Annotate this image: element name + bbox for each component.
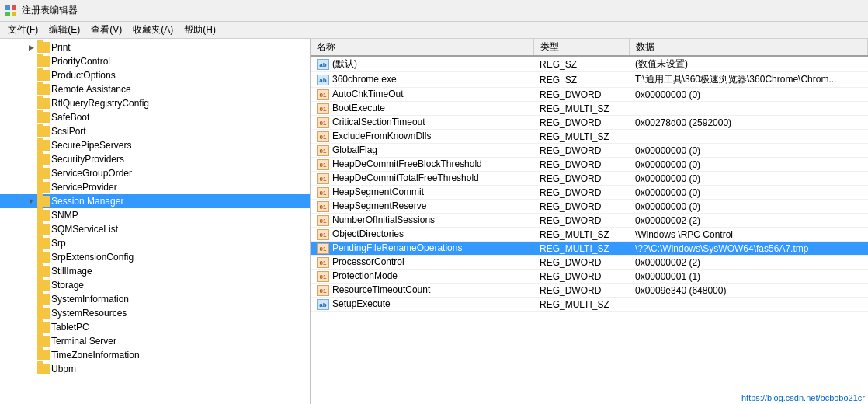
tree-item[interactable]: Ubpm bbox=[0, 362, 310, 376]
table-row[interactable]: 01AutoChkTimeOutREG_DWORD0x00000000 (0) bbox=[311, 88, 868, 102]
tree-item[interactable]: StillImage bbox=[0, 264, 310, 278]
registry-type-cell: REG_DWORD bbox=[533, 144, 629, 158]
tree-item[interactable]: TabletPC bbox=[0, 320, 310, 334]
expand-icon[interactable] bbox=[25, 237, 37, 249]
expand-icon[interactable] bbox=[25, 335, 37, 347]
expand-icon[interactable] bbox=[25, 167, 37, 179]
expand-icon[interactable] bbox=[25, 97, 37, 110]
tree-item[interactable]: SystemResources bbox=[0, 306, 310, 320]
table-row[interactable]: 01ExcludeFromKnownDllsREG_MULTI_SZ bbox=[311, 130, 868, 144]
expand-icon[interactable] bbox=[25, 321, 37, 333]
table-row[interactable]: 01BootExecuteREG_MULTI_SZ bbox=[311, 102, 868, 116]
table-row[interactable]: ab(默认)REG_SZ(数值未设置) bbox=[311, 56, 868, 72]
tree-item[interactable]: SNMP bbox=[0, 208, 310, 222]
table-row[interactable]: 01GlobalFlagREG_DWORD0x00000000 (0) bbox=[311, 144, 868, 158]
registry-panel[interactable]: 名称 类型 数据 ab(默认)REG_SZ(数值未设置)ab360chrome.… bbox=[311, 39, 868, 404]
table-row[interactable]: 01ResourceTimeoutCountREG_DWORD0x0009e34… bbox=[311, 284, 868, 298]
tree-item[interactable]: TimeZoneInformation bbox=[0, 348, 310, 362]
menu-item[interactable]: 帮助(H) bbox=[179, 23, 220, 37]
registry-data-cell: 0x00000002 (2) bbox=[629, 256, 868, 270]
table-row[interactable]: 01HeapDeCommitTotalFreeThresholdREG_DWOR… bbox=[311, 172, 868, 186]
registry-name-cell: 01BootExecute bbox=[311, 102, 533, 116]
tree-item[interactable]: ▶Print bbox=[0, 40, 310, 54]
tree-item[interactable]: SystemInformation bbox=[0, 292, 310, 306]
expand-icon[interactable] bbox=[25, 125, 37, 138]
expand-icon[interactable] bbox=[25, 307, 37, 319]
tree-item[interactable]: Srp bbox=[0, 236, 310, 250]
tree-panel[interactable]: ▶PrintPriorityControlProductOptionsRemot… bbox=[0, 39, 311, 404]
tree-item-label: SrpExtensionConfig bbox=[51, 252, 134, 263]
menu-bar: 文件(F)编辑(E)查看(V)收藏夹(A)帮助(H) bbox=[0, 22, 868, 39]
expand-icon[interactable] bbox=[25, 223, 37, 235]
menu-item[interactable]: 查看(V) bbox=[86, 23, 127, 37]
col-header-type[interactable]: 类型 bbox=[533, 39, 629, 56]
expand-icon[interactable] bbox=[25, 209, 37, 221]
expand-icon[interactable] bbox=[25, 139, 37, 152]
tree-item[interactable]: SafeBoot bbox=[0, 110, 310, 124]
tree-item[interactable]: SrpExtensionConfig bbox=[0, 250, 310, 264]
folder-icon bbox=[37, 308, 50, 319]
tree-item[interactable]: SecurePipeServers bbox=[0, 138, 310, 152]
folder-icon bbox=[37, 224, 50, 235]
folder-icon bbox=[37, 196, 50, 207]
tree-item[interactable]: RtlQueryRegistryConfig bbox=[0, 96, 310, 110]
expand-icon[interactable]: ▼ bbox=[25, 195, 37, 207]
tree-item-label: StillImage bbox=[51, 266, 92, 277]
expand-icon[interactable] bbox=[25, 55, 37, 68]
registry-type-cell: REG_DWORD bbox=[533, 172, 629, 186]
registry-type-cell: REG_MULTI_SZ bbox=[533, 242, 629, 256]
table-row[interactable]: ab360chrome.exeREG_SZT:\通用工具\360极速浏览器\36… bbox=[311, 72, 868, 88]
tree-item[interactable]: PriorityControl bbox=[0, 54, 310, 68]
expand-icon[interactable] bbox=[25, 153, 37, 165]
registry-name-text: HeapSegmentCommit bbox=[332, 186, 424, 197]
registry-data-cell: 0x00000001 (1) bbox=[629, 270, 868, 284]
expand-icon[interactable] bbox=[25, 363, 37, 375]
menu-item[interactable]: 文件(F) bbox=[3, 23, 43, 37]
expand-icon[interactable] bbox=[25, 293, 37, 305]
table-row[interactable]: 01ProcessorControlREG_DWORD0x00000002 (2… bbox=[311, 256, 868, 270]
tree-item[interactable]: ▼Session Manager bbox=[0, 194, 310, 208]
expand-icon[interactable] bbox=[25, 279, 37, 291]
registry-data-cell: \??\C:\Windows\SysWOW64\fas56A7.tmp bbox=[629, 242, 868, 256]
expand-icon[interactable] bbox=[25, 69, 37, 82]
table-row[interactable]: 01ObjectDirectoriesREG_MULTI_SZ\Windows … bbox=[311, 228, 868, 242]
tree-item[interactable]: Terminal Server bbox=[0, 334, 310, 348]
col-header-name[interactable]: 名称 bbox=[311, 39, 533, 56]
registry-data-cell: T:\通用工具\360极速浏览器\360Chrome\Chrom... bbox=[629, 72, 868, 88]
table-row[interactable]: 01CriticalSectionTimeoutREG_DWORD0x00278… bbox=[311, 116, 868, 130]
table-row[interactable]: 01ProtectionModeREG_DWORD0x00000001 (1) bbox=[311, 270, 868, 284]
table-row[interactable]: 01HeapSegmentCommitREG_DWORD0x00000000 (… bbox=[311, 186, 868, 200]
expand-icon[interactable] bbox=[25, 349, 37, 361]
expand-icon[interactable] bbox=[25, 181, 37, 193]
table-row[interactable]: 01PendingFileRenameOperationsREG_MULTI_S… bbox=[311, 242, 868, 256]
registry-data-cell: 0x00000000 (0) bbox=[629, 158, 868, 172]
folder-icon bbox=[37, 238, 50, 249]
expand-icon[interactable] bbox=[25, 251, 37, 263]
reg-icon-string: ab bbox=[317, 59, 329, 70]
table-row[interactable]: 01NumberOfInitialSessionsREG_DWORD0x0000… bbox=[311, 214, 868, 228]
expand-icon[interactable] bbox=[25, 111, 37, 124]
table-row[interactable]: abSetupExecuteREG_MULTI_SZ bbox=[311, 298, 868, 312]
tree-item[interactable]: ScsiPort bbox=[0, 124, 310, 138]
registry-name-text: AutoChkTimeOut bbox=[332, 89, 404, 99]
menu-item[interactable]: 编辑(E) bbox=[44, 23, 85, 37]
tree-item[interactable]: ServiceGroupOrder bbox=[0, 166, 310, 180]
registry-data-cell: 0x00000000 (0) bbox=[629, 200, 868, 214]
expand-icon[interactable] bbox=[25, 265, 37, 277]
menu-item[interactable]: 收藏夹(A) bbox=[128, 23, 178, 37]
tree-item[interactable]: SecurityProviders bbox=[0, 152, 310, 166]
tree-item[interactable]: Remote Assistance bbox=[0, 82, 310, 96]
col-header-data[interactable]: 数据 bbox=[629, 39, 868, 56]
registry-type-cell: REG_MULTI_SZ bbox=[533, 102, 629, 116]
tree-item[interactable]: Storage bbox=[0, 278, 310, 292]
table-row[interactable]: 01HeapDeCommitFreeBlockThresholdREG_DWOR… bbox=[311, 158, 868, 172]
tree-item[interactable]: ProductOptions bbox=[0, 68, 310, 82]
tree-item[interactable]: SQMServiceList bbox=[0, 222, 310, 236]
reg-icon-string: ab bbox=[317, 75, 329, 85]
expand-icon[interactable]: ▶ bbox=[25, 41, 37, 54]
expand-icon[interactable] bbox=[25, 83, 37, 96]
tree-item[interactable]: ServiceProvider bbox=[0, 180, 310, 194]
tree-item-label: SystemInformation bbox=[51, 294, 129, 305]
registry-data-cell: 0x00000000 (0) bbox=[629, 144, 868, 158]
table-row[interactable]: 01HeapSegmentReserveREG_DWORD0x00000000 … bbox=[311, 200, 868, 214]
